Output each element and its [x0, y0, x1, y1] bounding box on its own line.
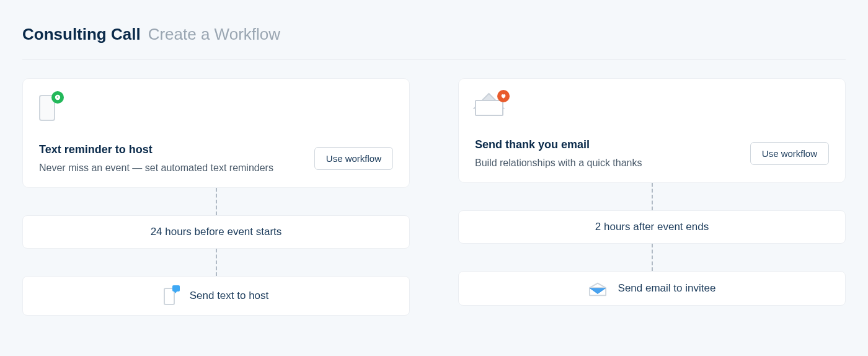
card-icon-area	[39, 94, 393, 121]
page-header: Consulting Call Create a Workflow	[22, 25, 846, 60]
action-step[interactable]: Send email to invitee	[458, 271, 846, 306]
use-workflow-button[interactable]: Use workflow	[314, 147, 393, 170]
timing-label: 2 hours after event ends	[595, 221, 709, 233]
use-workflow-button[interactable]: Use workflow	[750, 142, 829, 165]
workflow-text-reminder: Text reminder to host Never miss an even…	[22, 78, 410, 316]
envelope-heart-icon	[475, 94, 506, 116]
phone-clock-icon	[39, 94, 60, 121]
connector-line	[216, 249, 217, 276]
action-step[interactable]: Send text to host	[22, 276, 410, 316]
card-description: Never miss an event — set automated text…	[39, 162, 302, 174]
card-title: Text reminder to host	[39, 143, 302, 156]
card-description: Build relationships with a quick thanks	[475, 158, 738, 169]
envelope-open-icon	[588, 282, 607, 295]
card-title: Send thank you email	[475, 138, 738, 151]
workflows-row: Text reminder to host Never miss an even…	[22, 78, 846, 316]
page-title: Consulting Call	[22, 25, 141, 44]
card-icon-area	[475, 94, 829, 116]
page-subtitle: Create a Workflow	[148, 25, 280, 44]
workflow-card-text-reminder: Text reminder to host Never miss an even…	[22, 78, 410, 188]
connector-line	[652, 183, 653, 210]
action-label: Send text to host	[190, 290, 269, 302]
workflow-card-thank-you-email: Send thank you email Build relationships…	[458, 78, 846, 183]
phone-sms-icon	[164, 287, 179, 305]
connector-line	[216, 188, 217, 215]
workflow-thank-you-email: Send thank you email Build relationships…	[458, 78, 846, 316]
timing-step[interactable]: 2 hours after event ends	[458, 210, 846, 244]
action-label: Send email to invitee	[618, 282, 716, 295]
timing-step[interactable]: 24 hours before event starts	[22, 215, 410, 249]
timing-label: 24 hours before event starts	[151, 226, 282, 238]
connector-line	[652, 244, 653, 271]
